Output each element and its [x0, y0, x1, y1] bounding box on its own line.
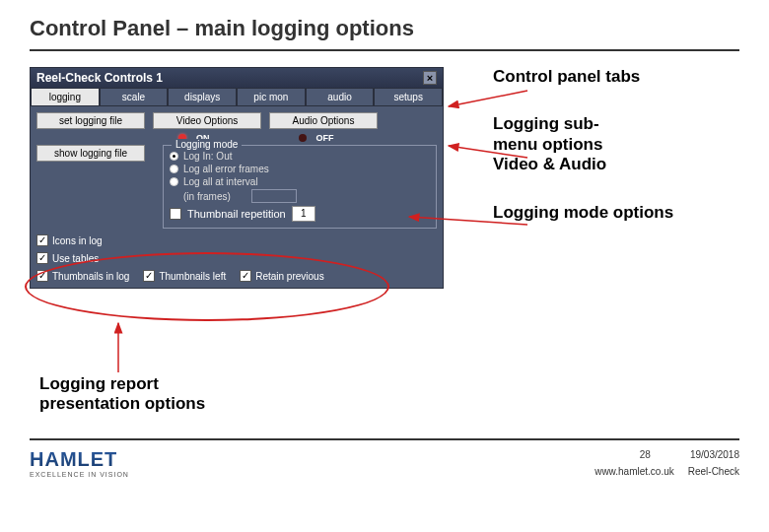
text: presentation options	[39, 394, 205, 413]
radio-log-interval[interactable]: Log all at interval	[170, 175, 430, 188]
title-rule	[30, 49, 739, 51]
text: Video & Audio	[493, 155, 606, 173]
window-title: Reel-Check Controls 1	[36, 71, 163, 85]
tab-setups[interactable]: setups	[374, 88, 443, 106]
check-retain-previous[interactable]: ✓Retain previous	[240, 270, 323, 282]
check-label: Use tables	[52, 253, 99, 264]
led-off-icon	[299, 134, 307, 142]
radio-label: Log all at interval	[183, 176, 258, 187]
tab-audio[interactable]: audio	[306, 88, 375, 106]
show-logging-file-button[interactable]: show logging file	[36, 145, 145, 162]
tab-scale[interactable]: scale	[100, 88, 169, 106]
tab-picmon[interactable]: pic mon	[237, 88, 306, 106]
checkbox-row-3: ✓Thumbnails in log ✓Thumbnails left ✓Ret…	[31, 270, 443, 288]
video-options-button[interactable]: Video Options	[153, 112, 261, 129]
thumb-rep-input[interactable]: 1	[292, 206, 315, 222]
radio-log-inout[interactable]: Log In: Out	[170, 150, 430, 163]
hamlet-logo: HAMLET EXCELLENCE IN VISION	[30, 448, 129, 478]
check-label: Retain previous	[255, 271, 323, 282]
thumb-rep-row: Thumbnail repetition 1	[170, 204, 430, 222]
in-frames-input[interactable]	[251, 189, 297, 203]
annotation-tabs: Control panel tabs	[493, 67, 673, 87]
check-label: Thumbnails left	[159, 271, 226, 282]
radio-log-error-frames[interactable]: Log all error frames	[170, 163, 430, 175]
logging-mode-legend: Logging mode	[172, 139, 242, 150]
text: (in frames)	[183, 191, 231, 202]
check-label: Thumbnails in log	[52, 271, 129, 282]
thumb-rep-checkbox[interactable]	[170, 208, 181, 220]
logo-text: HAMLET	[30, 448, 129, 471]
radio-label: Log In: Out	[183, 151, 232, 162]
label-off: OFF	[316, 133, 334, 143]
check-thumbs-left[interactable]: ✓Thumbnails left	[143, 270, 226, 282]
annotation-logging-mode: Logging mode options	[493, 203, 673, 223]
annotations-column: Control panel tabs Logging sub- menu opt…	[493, 67, 673, 289]
logging-mode-group: Logging mode Log In: Out Log all error f…	[163, 145, 437, 229]
footer-date: 19/03/2018	[690, 449, 739, 460]
logo-subtext: EXCELLENCE IN VISION	[30, 471, 129, 478]
checkbox-row-2: ✓Use tables	[31, 252, 443, 270]
text: Logging sub-	[493, 114, 599, 133]
check-label: Icons in log	[52, 235, 103, 246]
footer-product: Reel-Check	[688, 466, 739, 477]
label-in-frames: (in frames)	[170, 188, 430, 204]
window-titlebar: Reel-Check Controls 1 ×	[31, 68, 443, 88]
checkbox-icon: ✓	[36, 234, 48, 246]
tabs-row: logging scale displays pic mon audio set…	[31, 88, 443, 106]
radio-icon	[170, 165, 178, 173]
footer: HAMLET EXCELLENCE IN VISION 28 19/03/201…	[30, 448, 739, 478]
checkbox-icon: ✓	[36, 252, 48, 264]
check-thumbs-in-log[interactable]: ✓Thumbnails in log	[36, 270, 129, 282]
checkbox-icon: ✓	[143, 270, 155, 282]
footer-rule	[30, 438, 739, 440]
checkbox-row-1: ✓Icons in log	[31, 231, 443, 252]
text: menu options	[493, 135, 602, 154]
check-use-tables[interactable]: ✓Use tables	[36, 252, 99, 264]
checkbox-icon: ✓	[240, 270, 251, 282]
set-logging-file-button[interactable]: set logging file	[36, 112, 145, 129]
footer-url: www.hamlet.co.uk	[594, 466, 674, 477]
page-number: 28	[640, 449, 651, 460]
text: Logging report	[39, 374, 159, 393]
content-row: Reel-Check Controls 1 × logging scale di…	[0, 67, 769, 289]
checkbox-icon: ✓	[36, 270, 48, 282]
radio-label: Log all error frames	[183, 164, 269, 174]
close-icon[interactable]: ×	[423, 71, 437, 85]
submenu-row: set logging file Video Options Audio Opt…	[31, 106, 443, 131]
radio-icon	[170, 152, 178, 161]
annotation-submenu: Logging sub- menu options Video & Audio	[493, 114, 673, 174]
audio-options-button[interactable]: Audio Options	[269, 112, 378, 129]
tab-logging[interactable]: logging	[31, 88, 100, 106]
tab-displays[interactable]: displays	[168, 88, 237, 106]
check-icons-in-log[interactable]: ✓Icons in log	[36, 234, 103, 246]
thumb-rep-label: Thumbnail repetition	[187, 208, 286, 220]
slide-title: Control Panel – main logging options	[0, 0, 769, 49]
mid-row: show logging file Logging mode Log In: O…	[31, 143, 443, 231]
control-panel-window: Reel-Check Controls 1 × logging scale di…	[30, 67, 444, 289]
radio-icon	[170, 177, 178, 186]
annotation-report-presentation: Logging report presentation options	[39, 374, 205, 415]
footer-right: 28 19/03/2018 www.hamlet.co.uk Reel-Chec…	[594, 449, 739, 477]
